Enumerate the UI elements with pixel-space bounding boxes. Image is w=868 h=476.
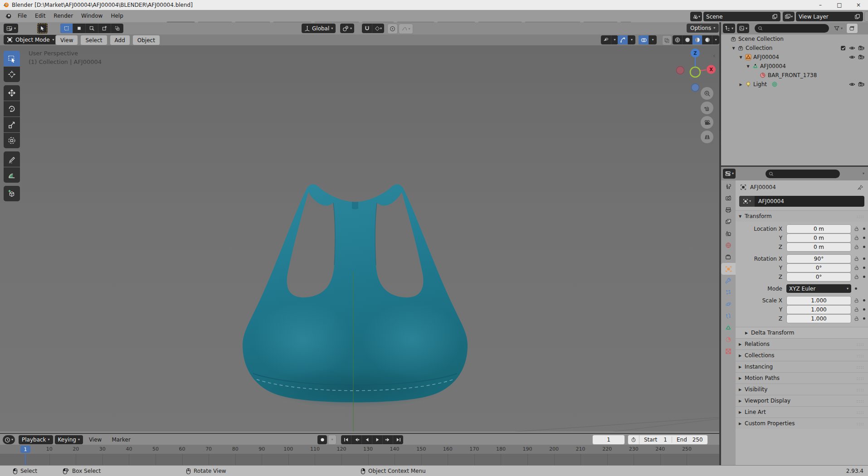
- tool-rotate-button[interactable]: [4, 101, 20, 117]
- select-extend-mode-button[interactable]: [73, 24, 85, 33]
- number-field[interactable]: 0°: [786, 272, 851, 282]
- viewport-menu-add[interactable]: Add: [110, 35, 130, 45]
- viewport-menu-select[interactable]: Select: [80, 35, 107, 45]
- tool-annotate-button[interactable]: [4, 151, 20, 167]
- animate-decorator[interactable]: [863, 228, 865, 230]
- timeline-track-area[interactable]: [0, 454, 719, 465]
- animate-decorator[interactable]: [863, 317, 865, 320]
- disable-in-renders-camera-icon[interactable]: [858, 45, 864, 51]
- panel-visibility[interactable]: ▶Visibility::::: [736, 384, 868, 395]
- exclude-checkbox[interactable]: [840, 45, 846, 51]
- active-tool-indicator[interactable]: [37, 23, 48, 34]
- current-frame-field[interactable]: 1: [592, 435, 625, 445]
- number-field[interactable]: 0 m: [786, 243, 851, 252]
- panel-instancing[interactable]: ▶Instancing::::: [736, 361, 868, 372]
- outliner-row-light-5[interactable]: ▶Light: [721, 80, 868, 89]
- menu-file[interactable]: File: [14, 10, 31, 22]
- panel-custom-properties[interactable]: ▶Custom Properties::::: [736, 418, 868, 429]
- auto-keying-toggle[interactable]: [317, 435, 327, 444]
- timeline-menu-marker[interactable]: Marker: [107, 435, 134, 444]
- tool-add-cube-button[interactable]: [4, 186, 20, 201]
- snap-settings-dropdown[interactable]: ▾: [372, 24, 384, 33]
- outliner-filter-dropdown[interactable]: ▾: [834, 25, 843, 31]
- viewport-canvas[interactable]: User Perspective (1) Collection | AFJ000…: [0, 45, 719, 432]
- jump-end-button[interactable]: [393, 435, 403, 444]
- timeline-editor-type-button[interactable]: ▾: [3, 435, 15, 444]
- properties-tab-render[interactable]: [721, 192, 736, 204]
- properties-tab-scene[interactable]: [721, 228, 736, 239]
- outliner-item-label[interactable]: Scene Collection: [738, 36, 784, 42]
- lock-icon[interactable]: [854, 274, 859, 280]
- tool-cursor-button[interactable]: [4, 67, 20, 82]
- timeline-menu-playback[interactable]: Playback▾: [19, 435, 53, 444]
- menu-edit[interactable]: Edit: [31, 10, 49, 22]
- properties-tab-modifiers[interactable]: [721, 275, 736, 287]
- properties-tab-view-layer[interactable]: [721, 216, 736, 228]
- perspective-toggle-button[interactable]: [701, 131, 713, 143]
- start-frame-field[interactable]: Start 1: [639, 437, 672, 443]
- pan-button[interactable]: [701, 102, 713, 114]
- properties-tab-world[interactable]: [721, 239, 736, 251]
- prev-keyframe-button[interactable]: [351, 435, 361, 444]
- properties-tab-object[interactable]: [721, 263, 736, 275]
- pin-icon[interactable]: [858, 185, 863, 190]
- animate-decorator[interactable]: [863, 246, 865, 248]
- tool-scale-button[interactable]: [4, 117, 20, 132]
- outliner-row-collection-1[interactable]: ▼Collection: [721, 44, 868, 53]
- new-view-layer-icon[interactable]: [854, 14, 860, 19]
- shading-material-preview-button[interactable]: [692, 35, 702, 44]
- editor-type-button[interactable]: ▾: [4, 24, 18, 33]
- lock-icon[interactable]: [854, 316, 859, 321]
- shading-rendered-button[interactable]: [702, 35, 712, 44]
- menu-window[interactable]: Window: [77, 10, 107, 22]
- lock-icon[interactable]: [854, 235, 859, 241]
- panel-motion-paths[interactable]: ▶Motion Paths::::: [736, 372, 868, 384]
- select-subtract-mode-button[interactable]: [85, 24, 98, 33]
- properties-editor-type-button[interactable]: ▾: [723, 169, 736, 179]
- animate-decorator[interactable]: [863, 237, 865, 239]
- shading-dropdown[interactable]: ▾: [712, 35, 719, 44]
- shading-solid-button[interactable]: [682, 35, 692, 44]
- view-layer-browse-button[interactable]: ▾: [783, 12, 795, 21]
- properties-tab-tool[interactable]: [721, 180, 736, 192]
- outliner-item-label[interactable]: AFJ00004: [760, 63, 786, 69]
- outliner-row-scene-collection-0[interactable]: Scene Collection: [721, 34, 868, 44]
- visibility-dropdown[interactable]: ▾: [611, 35, 618, 44]
- close-button[interactable]: ×: [849, 0, 868, 10]
- animate-decorator[interactable]: [863, 267, 865, 269]
- tool-select-box-button[interactable]: [4, 51, 20, 66]
- scene-name-field[interactable]: Scene: [703, 12, 780, 21]
- object-id-icon[interactable]: ▾: [739, 196, 755, 207]
- timeline-menu-keying[interactable]: Keying▾: [55, 435, 83, 444]
- lock-icon[interactable]: [854, 307, 859, 312]
- options-dropdown[interactable]: Options ▾: [687, 24, 719, 33]
- use-preview-range-toggle[interactable]: [628, 435, 639, 444]
- select-set-mode-button[interactable]: [60, 24, 73, 33]
- expander-icon[interactable]: ▼: [746, 64, 751, 68]
- properties-options-dropdown[interactable]: ▾: [863, 172, 864, 175]
- zoom-button[interactable]: [701, 87, 713, 100]
- outliner-search-input[interactable]: [755, 24, 829, 33]
- number-field[interactable]: 1.000: [786, 296, 851, 305]
- properties-tab-data[interactable]: [721, 322, 736, 334]
- new-scene-icon[interactable]: [772, 14, 778, 19]
- outliner-item-label[interactable]: BAR_FRONT_1738: [768, 72, 817, 78]
- properties-tab-constraints[interactable]: [721, 310, 736, 322]
- number-field[interactable]: 0 m: [786, 224, 851, 233]
- show-gizmo-toggle[interactable]: [618, 35, 628, 44]
- camera-view-button[interactable]: [701, 116, 713, 129]
- delta-transform-panel-header[interactable]: ▶ Delta Transform: [736, 327, 868, 338]
- next-keyframe-button[interactable]: [382, 435, 393, 444]
- select-invert-mode-button[interactable]: [98, 24, 111, 33]
- xray-toggle[interactable]: [662, 35, 672, 45]
- transform-panel-header[interactable]: ▼ Transform ::::: [736, 210, 868, 222]
- timeline-ruler[interactable]: 1102030405060708090100110120130140150160…: [0, 445, 719, 454]
- panel-relations[interactable]: ▶Relations::::: [736, 338, 868, 350]
- minimize-button[interactable]: –: [811, 0, 830, 10]
- mode-dropdown[interactable]: Object Mode ▾: [4, 35, 58, 44]
- expander-icon[interactable]: ▼: [731, 46, 736, 50]
- outliner-item-label[interactable]: AFJ00004: [753, 54, 779, 60]
- panel-collections[interactable]: ▶Collections::::: [736, 350, 868, 361]
- new-collection-button[interactable]: [846, 23, 858, 34]
- lock-icon[interactable]: [854, 265, 859, 271]
